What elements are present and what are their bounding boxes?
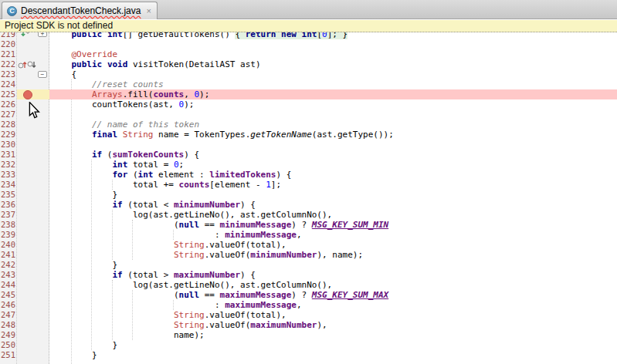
line-number[interactable]: 234 <box>0 180 15 190</box>
line-number[interactable]: 242 <box>0 260 15 270</box>
fold-plus-icon[interactable]: + <box>38 32 47 37</box>
fold-minus-icon[interactable]: − <box>38 71 47 78</box>
code-line[interactable] <box>49 140 617 150</box>
line-number[interactable]: 227 <box>0 110 15 120</box>
code-line[interactable]: log(ast.getLineNo(), ast.getColumnNo(), <box>49 280 617 290</box>
line-number[interactable]: 247 <box>0 310 15 320</box>
line-number[interactable]: 223 <box>0 69 15 79</box>
editor[interactable]: public int[] getDefaultTokens() { return… <box>0 32 617 364</box>
line-number[interactable]: 248 <box>0 320 15 330</box>
line-number[interactable]: 231 <box>0 150 15 160</box>
code-line[interactable]: if (sumTokenCounts) { <box>49 150 617 160</box>
code-area[interactable]: public int[] getDefaultTokens() { return… <box>0 32 617 364</box>
code-line-highlighted[interactable]: Arrays.fill(counts, 0); <box>49 89 617 99</box>
overrides-up-icon[interactable] <box>18 60 27 69</box>
ide-window: C DescendantTokenCheck.java × Project SD… <box>0 0 617 364</box>
code-line[interactable]: { <box>49 69 617 79</box>
code-line[interactable]: //reset counts <box>49 79 617 89</box>
code-line[interactable]: final String name = TokenTypes.getTokenN… <box>49 130 617 140</box>
code-line[interactable]: String.valueOf(minimumNumber), name); <box>49 250 617 260</box>
line-number[interactable]: 243 <box>0 270 15 280</box>
line-number[interactable]: 222 <box>0 59 15 69</box>
line-number[interactable]: 226 <box>0 99 15 110</box>
tab-title: DescendantTokenCheck.java <box>21 5 141 16</box>
sdk-warning-banner: Project SDK is not defined <box>0 20 617 32</box>
code-line[interactable]: @Override <box>49 49 617 59</box>
line-number[interactable]: 236 <box>0 200 15 210</box>
sdk-warning-text: Project SDK is not defined <box>5 20 113 31</box>
code-line[interactable]: total += counts[element - 1]; <box>49 180 617 190</box>
code-line[interactable]: public void visitToken(DetailAST ast) <box>49 59 617 69</box>
line-number[interactable]: 249 <box>0 330 15 340</box>
line-number[interactable]: 240 <box>0 240 15 250</box>
line-number[interactable]: 228 <box>0 120 15 130</box>
line-number[interactable]: 237 <box>0 210 15 220</box>
line-number[interactable]: 232 <box>0 160 15 170</box>
code-line[interactable]: (null == minimumMessage) ? MSG_KEY_SUM_M… <box>49 220 617 230</box>
line-number[interactable]: 246 <box>0 300 15 310</box>
tab-close-icon[interactable]: × <box>144 6 151 15</box>
code-line[interactable]: public int[] getDefaultTokens() { return… <box>49 32 617 39</box>
editor-tab[interactable]: C DescendantTokenCheck.java × <box>2 2 158 19</box>
overridden-down-icon[interactable] <box>27 60 36 69</box>
line-number[interactable]: 224 <box>0 79 15 89</box>
code-line[interactable]: } <box>49 340 617 350</box>
breakpoint-gutter-highlight <box>17 89 49 99</box>
tab-bar: C DescendantTokenCheck.java × <box>0 0 617 19</box>
line-number[interactable]: 220 <box>0 39 15 49</box>
line-number[interactable]: 251 <box>0 350 15 360</box>
code-line[interactable]: (null == maximumMessage) ? MSG_KEY_SUM_M… <box>49 290 617 300</box>
code-line[interactable]: // name of this token <box>49 120 617 130</box>
line-number[interactable]: 221 <box>0 49 15 59</box>
line-number[interactable]: 229 <box>0 130 15 140</box>
line-number[interactable]: 241 <box>0 250 15 260</box>
code-line[interactable]: String.valueOf(maximumNumber), <box>49 320 617 330</box>
code-line[interactable]: String.valueOf(total), <box>49 310 617 320</box>
line-number[interactable]: 239 <box>0 230 15 240</box>
code-line[interactable]: } <box>49 350 617 360</box>
gutter-separator <box>16 32 17 364</box>
code-line[interactable]: if (total < minimumNumber) { <box>49 200 617 210</box>
implemented-down-icon[interactable] <box>20 32 29 39</box>
line-number[interactable]: 238 <box>0 220 15 230</box>
code-line[interactable]: if (total > maximumNumber) { <box>49 270 617 280</box>
code-line[interactable]: log(ast.getLineNo(), ast.getColumnNo(), <box>49 210 617 220</box>
code-line[interactable]: String.valueOf(total), <box>49 240 617 250</box>
mouse-cursor <box>29 102 40 119</box>
line-number[interactable]: 235 <box>0 190 15 200</box>
code-line[interactable]: name); <box>49 330 617 340</box>
code-line[interactable]: : maximumMessage, <box>49 300 617 310</box>
line-number[interactable]: 219 <box>0 32 15 39</box>
line-number[interactable]: 225 <box>0 89 15 99</box>
line-number[interactable]: 250 <box>0 340 15 350</box>
code-line[interactable]: for (int element : limitedTokens) { <box>49 170 617 180</box>
line-number[interactable]: 230 <box>0 140 15 150</box>
line-number[interactable]: 244 <box>0 280 15 290</box>
code-line[interactable] <box>49 110 617 120</box>
code-line[interactable]: : minimumMessage, <box>49 230 617 240</box>
code-line[interactable]: int total = 0; <box>49 160 617 170</box>
gutter[interactable]: 219+220221222223−22422522622722822923023… <box>0 32 49 364</box>
line-number[interactable]: 233 <box>0 170 15 180</box>
class-icon: C <box>7 6 17 16</box>
code-line[interactable]: countTokens(ast, 0); <box>49 99 617 110</box>
line-number[interactable]: 245 <box>0 290 15 300</box>
breakpoint-icon[interactable] <box>23 90 32 99</box>
code-line[interactable]: } <box>49 190 617 200</box>
code-line[interactable] <box>49 39 617 49</box>
code-line[interactable]: } <box>49 260 617 270</box>
